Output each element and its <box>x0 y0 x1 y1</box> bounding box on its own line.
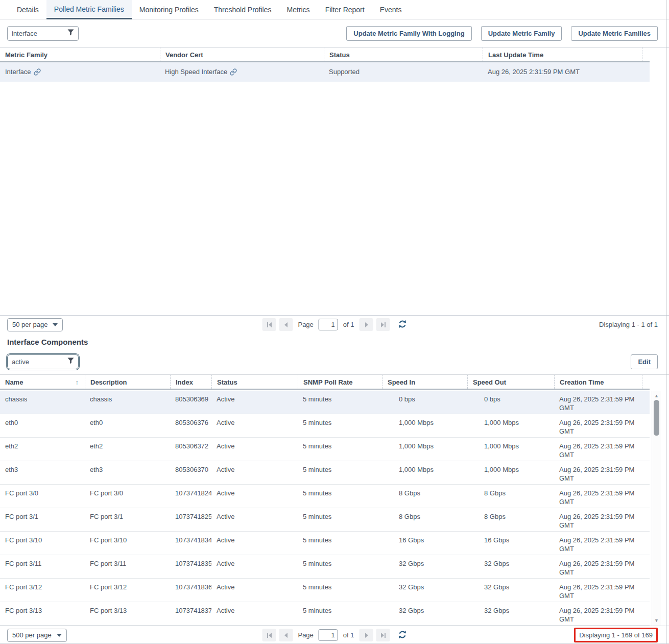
components-table-scrollbar[interactable]: ▲ ▼ <box>652 391 661 626</box>
tab-details[interactable]: Details <box>9 0 46 19</box>
column-header-name[interactable]: ↑ Name <box>0 375 85 389</box>
scroll-up-icon[interactable]: ▲ <box>652 392 661 399</box>
last-page-button[interactable] <box>376 629 390 641</box>
first-page-button[interactable] <box>262 318 276 331</box>
cell-description: eth3 <box>85 461 170 484</box>
column-header-metric-family[interactable]: Metric Family <box>0 47 160 61</box>
metric-family-table-empty-area <box>0 82 669 315</box>
metric-family-row-interface[interactable]: Interface High Speed Interface Supported… <box>0 62 650 82</box>
cell-status: Supported <box>324 62 483 82</box>
tab-threshold-profiles[interactable]: Threshold Profiles <box>206 0 279 19</box>
cell-name: eth0 <box>0 414 85 437</box>
prev-page-button[interactable] <box>279 318 293 331</box>
scroll-down-icon[interactable]: ▼ <box>652 617 661 624</box>
scrollbar-thumb[interactable] <box>654 400 659 436</box>
tab-polled-metric-families[interactable]: Polled Metric Families <box>46 0 132 19</box>
page-number-input[interactable] <box>319 319 338 330</box>
cell-index: 805306376 <box>170 414 211 437</box>
metric-family-pagination-bar: 50 per page Page of 1 Displaying 1 - 1 o <box>0 315 669 333</box>
cell-creation-time: Aug 26, 2025 2:31:59 PM GMT <box>554 555 642 578</box>
cell-snmp-poll-rate: 5 minutes <box>298 508 382 531</box>
column-header-creation-time[interactable]: Creation Time <box>554 375 642 389</box>
cell-status: Active <box>211 485 298 508</box>
update-button-group: Update Metric Family With Logging Update… <box>346 26 658 41</box>
refresh-icon[interactable] <box>398 630 407 640</box>
displaying-count: Displaying 1 - 169 of 169 <box>579 631 653 639</box>
component-row-eth0[interactable]: eth0eth0805306376Active5 minutes1,000 Mb… <box>0 414 650 438</box>
update-metric-families-button[interactable]: Update Metric Families <box>571 26 658 41</box>
cell-snmp-poll-rate: 5 minutes <box>298 438 382 461</box>
cell-status: Active <box>211 532 298 555</box>
caret-down-icon <box>53 323 58 326</box>
metric-family-link[interactable]: Interface <box>5 68 41 76</box>
cell-description: chassis <box>85 391 170 414</box>
page-of-label: of 1 <box>343 631 354 639</box>
cell-creation-time: Aug 26, 2025 2:31:59 PM GMT <box>554 579 642 602</box>
link-icon <box>34 68 41 76</box>
cell-speed-out: 1,000 Mbps <box>467 438 554 461</box>
component-row-chassis[interactable]: chassischassis805306369Active5 minutes0 … <box>0 391 650 414</box>
next-page-button[interactable] <box>360 629 373 641</box>
page-number-input[interactable] <box>319 629 338 641</box>
column-header-status[interactable]: Status <box>211 375 298 389</box>
column-header-last-update-time[interactable]: Last Update Time <box>483 47 642 61</box>
prev-page-button[interactable] <box>279 629 293 641</box>
column-header-snmp-poll-rate[interactable]: SNMP Poll Rate <box>298 375 382 389</box>
column-header-speed-out[interactable]: Speed Out <box>467 375 554 389</box>
per-page-select[interactable]: 500 per page <box>7 629 67 642</box>
cell-status: Active <box>211 602 298 625</box>
update-metric-family-with-logging-button[interactable]: Update Metric Family With Logging <box>346 26 471 41</box>
cell-description: eth0 <box>85 414 170 437</box>
cell-speed-out: 32 Gbps <box>467 602 554 625</box>
component-row-fc-port-3-11[interactable]: FC port 3/11FC port 3/111073741835Active… <box>0 555 650 579</box>
cell-status: Active <box>211 555 298 578</box>
filter-icon[interactable] <box>67 29 74 38</box>
tab-metrics[interactable]: Metrics <box>279 0 318 19</box>
window-right-edge <box>666 0 666 643</box>
metric-family-filter-input[interactable]: interface <box>7 26 79 41</box>
page-label: Page <box>298 631 313 639</box>
cell-speed-in: 16 Gbps <box>382 532 467 555</box>
cell-snmp-poll-rate: 5 minutes <box>298 579 382 602</box>
pagination-controls: Page of 1 <box>262 626 407 644</box>
refresh-icon[interactable] <box>398 320 407 330</box>
cell-speed-in: 1,000 Mbps <box>382 461 467 484</box>
edit-button[interactable]: Edit <box>631 354 658 369</box>
column-header-speed-in[interactable]: Speed In <box>382 375 467 389</box>
next-page-button[interactable] <box>360 318 373 331</box>
cell-speed-out: 0 bps <box>467 391 554 414</box>
column-header-vendor-cert[interactable]: Vendor Cert <box>160 47 324 61</box>
link-icon <box>230 68 237 76</box>
first-page-button[interactable] <box>262 629 276 641</box>
cell-speed-in: 8 Gbps <box>382 508 467 531</box>
vendor-cert-link[interactable]: High Speed Interface <box>165 68 237 76</box>
page-of-label: of 1 <box>343 321 354 328</box>
component-row-fc-port-3-0[interactable]: FC port 3/0FC port 3/01073741824Active5 … <box>0 485 650 508</box>
column-header-index[interactable]: Index <box>170 375 211 389</box>
cell-creation-time: Aug 26, 2025 2:31:59 PM GMT <box>554 508 642 531</box>
column-header-status[interactable]: Status <box>324 47 483 61</box>
tab-filter-report[interactable]: Filter Report <box>318 0 372 19</box>
component-row-fc-port-3-12[interactable]: FC port 3/12FC port 3/121073741836Active… <box>0 579 650 602</box>
column-header-description[interactable]: Description <box>85 375 170 389</box>
components-filter-input[interactable]: active <box>7 354 79 369</box>
sort-asc-icon: ↑ <box>76 378 79 386</box>
page-label: Page <box>298 321 313 328</box>
cell-speed-in: 32 Gbps <box>382 579 467 602</box>
tab-events[interactable]: Events <box>372 0 410 19</box>
component-row-fc-port-3-1[interactable]: FC port 3/1FC port 3/11073741825Active5 … <box>0 508 650 532</box>
cell-status: Active <box>211 508 298 531</box>
update-metric-family-button[interactable]: Update Metric Family <box>481 26 562 41</box>
component-row-fc-port-3-13[interactable]: FC port 3/13FC port 3/131073741837Active… <box>0 602 650 626</box>
filter-icon[interactable] <box>67 357 74 366</box>
tab-monitoring-profiles[interactable]: Monitoring Profiles <box>132 0 206 19</box>
cell-description: eth2 <box>85 438 170 461</box>
components-toolbar: active Edit <box>0 349 669 374</box>
component-row-eth3[interactable]: eth3eth3805306370Active5 minutes1,000 Mb… <box>0 461 650 485</box>
per-page-select[interactable]: 50 per page <box>7 318 63 331</box>
component-row-eth2[interactable]: eth2eth2805306372Active5 minutes1,000 Mb… <box>0 438 650 461</box>
cell-index: 805306372 <box>170 438 211 461</box>
last-page-button[interactable] <box>376 318 390 331</box>
cell-index: 1073741835 <box>170 555 211 578</box>
component-row-fc-port-3-10[interactable]: FC port 3/10FC port 3/101073741834Active… <box>0 532 650 555</box>
